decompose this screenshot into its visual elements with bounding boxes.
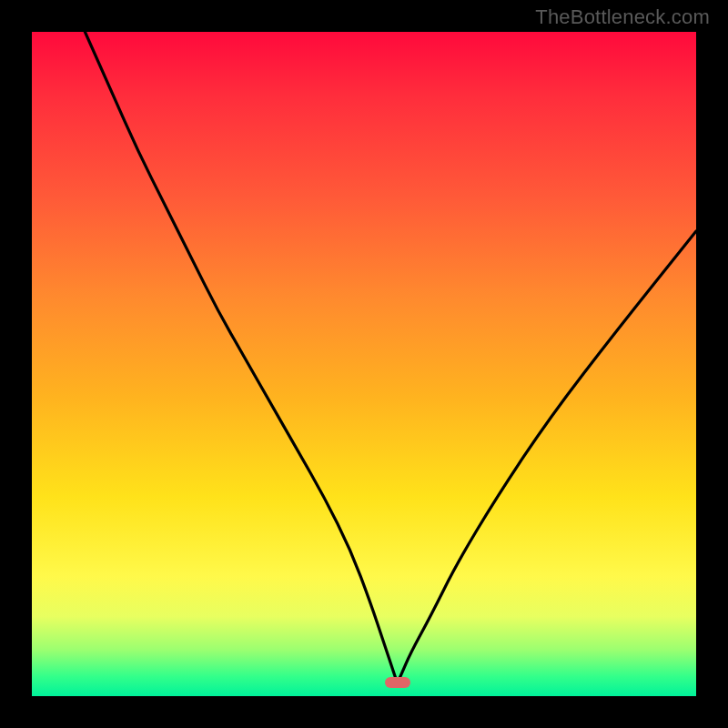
curve-layer [32, 32, 696, 696]
chart-stage: TheBottleneck.com [0, 0, 728, 728]
bottleneck-curve [85, 32, 696, 681]
watermark-text: TheBottleneck.com [535, 5, 710, 29]
plot-area [32, 32, 696, 696]
minimum-marker [385, 677, 410, 688]
